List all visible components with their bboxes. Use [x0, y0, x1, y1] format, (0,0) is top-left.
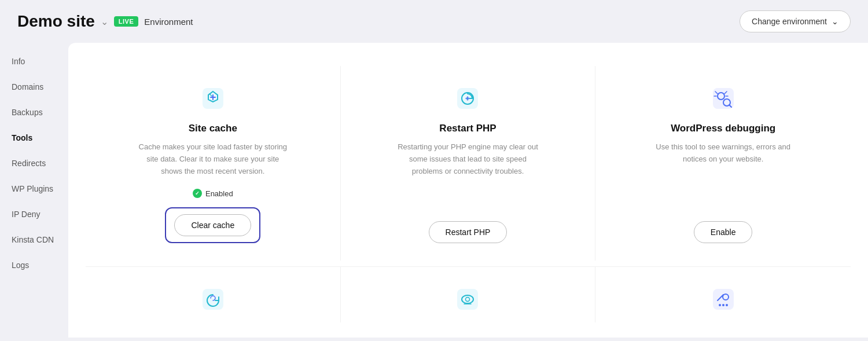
header-left: Demo site ⌄ LIVE Environment [17, 12, 193, 31]
restart-php-button[interactable]: Restart PHP [429, 221, 507, 243]
sidebar-item-domains[interactable]: Domains [0, 74, 68, 100]
wp-debugging-title: WordPress debugging [671, 123, 775, 134]
svg-point-14 [722, 304, 724, 306]
clear-cache-button[interactable]: Clear cache [174, 214, 251, 236]
tool-card-site-cache: Site cache Cache makes your site load fa… [86, 66, 341, 261]
tool-card-wp-debugging: WordPress debugging Use this tool to see… [595, 66, 851, 261]
restart-php-desc: Restarting your PHP engine may clear out… [392, 141, 543, 177]
wp-debugging-icon [708, 83, 738, 113]
environment-label: Environment [144, 17, 193, 27]
svg-point-15 [726, 304, 728, 306]
enabled-badge: Enabled [193, 189, 233, 198]
site-cache-title: Site cache [189, 123, 237, 134]
sidebar-item-info[interactable]: Info [0, 49, 68, 74]
sidebar-item-wp-plugins[interactable]: WP Plugins [0, 176, 68, 201]
sidebar-item-backups[interactable]: Backups [0, 100, 68, 125]
sidebar-item-redirects[interactable]: Redirects [0, 151, 68, 176]
bottom-card-1 [86, 267, 341, 322]
bottom-icon-1 [198, 284, 228, 317]
tools-grid-bottom [86, 266, 851, 322]
restart-php-icon [453, 83, 483, 113]
sidebar-item-logs[interactable]: Logs [0, 252, 68, 278]
sidebar-item-tools[interactable]: Tools [0, 125, 68, 151]
enabled-icon [193, 189, 202, 198]
main-content: Site cache Cache makes your site load fa… [68, 43, 868, 338]
clear-cache-highlight: Clear cache [165, 207, 260, 243]
restart-php-title: Restart PHP [439, 123, 496, 134]
change-environment-label: Change environment [752, 17, 827, 26]
bottom-icon-2 [453, 284, 483, 317]
sidebar-item-kinsta-cdn[interactable]: Kinsta CDN [0, 227, 68, 252]
wp-debugging-desc: Use this tool to see warnings, errors an… [648, 141, 799, 166]
live-badge: LIVE [114, 16, 138, 27]
tool-card-restart-php: Restart PHP Restarting your PHP engine m… [341, 66, 596, 261]
sidebar: Info Domains Backups Tools Redirects WP … [0, 43, 68, 338]
header: Demo site ⌄ LIVE Environment Change envi… [0, 0, 868, 43]
bottom-card-3 [595, 267, 851, 322]
bottom-card-2 [341, 267, 596, 322]
enabled-label: Enabled [205, 189, 233, 198]
bottom-icon-3 [708, 284, 738, 317]
chevron-down-icon: ⌄ [832, 17, 838, 26]
site-cache-desc: Cache makes your site load faster by sto… [138, 141, 288, 177]
enable-debugging-button[interactable]: Enable [694, 221, 753, 243]
svg-point-13 [719, 304, 721, 306]
main-layout: Info Domains Backups Tools Redirects WP … [0, 43, 868, 338]
svg-rect-8 [457, 289, 478, 310]
chevron-down-icon[interactable]: ⌄ [101, 16, 108, 27]
site-cache-icon [198, 83, 228, 113]
change-environment-button[interactable]: Change environment ⌄ [740, 10, 851, 32]
tools-grid: Site cache Cache makes your site load fa… [86, 66, 851, 261]
sidebar-item-ip-deny[interactable]: IP Deny [0, 201, 68, 227]
site-title: Demo site [17, 12, 95, 31]
